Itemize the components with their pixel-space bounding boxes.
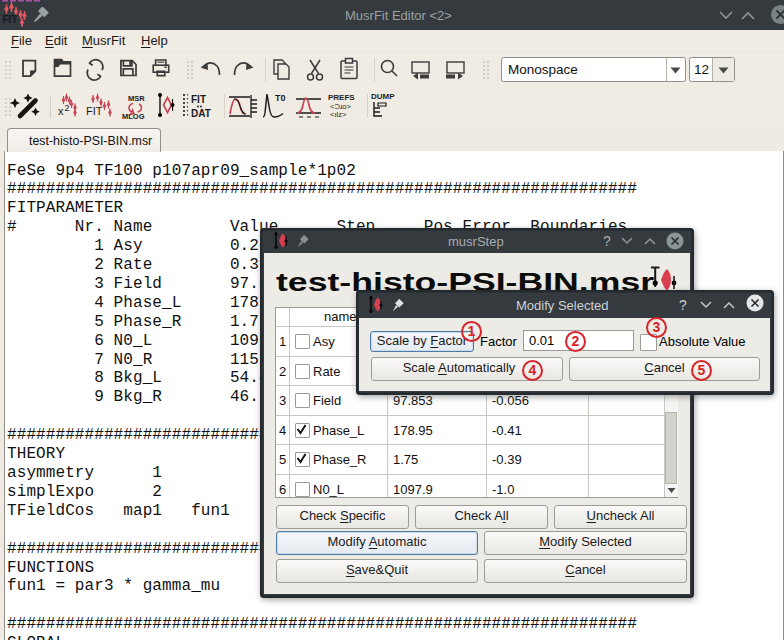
- svg-text:MLOG: MLOG: [122, 112, 145, 121]
- svg-text:<ılz>: <ılz>: [330, 110, 347, 119]
- svg-text:DAT: DAT: [191, 108, 211, 119]
- svg-text:MSR: MSR: [128, 94, 145, 103]
- svg-text:T0: T0: [275, 93, 286, 103]
- svg-text:2: 2: [65, 103, 70, 113]
- svg-text:DUMP: DUMP: [371, 92, 395, 101]
- svg-text:12: 12: [694, 62, 709, 77]
- svg-text:FIT: FIT: [86, 105, 103, 117]
- svg-text:x: x: [58, 105, 64, 117]
- svg-text:FIT: FIT: [3, 14, 18, 25]
- svg-text:FIT: FIT: [191, 94, 206, 105]
- svg-text:Monospace: Monospace: [508, 62, 578, 77]
